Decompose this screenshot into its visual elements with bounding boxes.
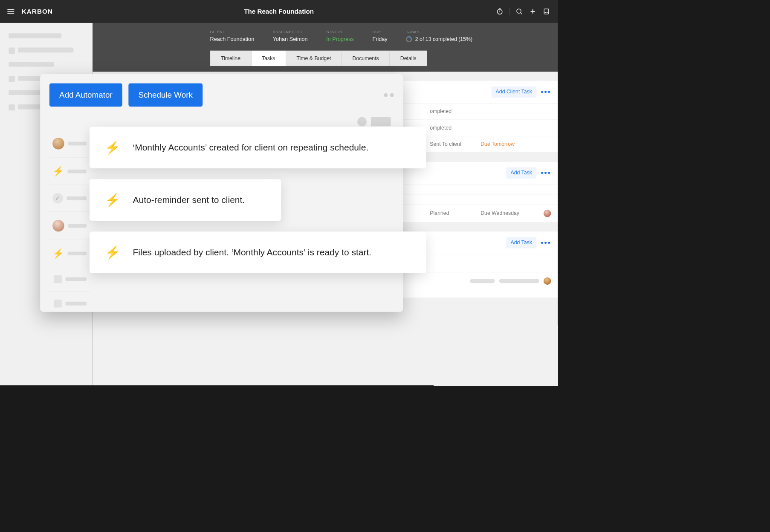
bolt-icon: ⚡: [105, 193, 120, 207]
task-status: ompleted: [430, 108, 476, 114]
menu-icon[interactable]: [7, 9, 14, 14]
meta-assigned-label: ASSIGNED TO: [273, 30, 308, 35]
svg-point-1: [517, 9, 521, 13]
task-status: Sent To client: [430, 141, 476, 147]
tab-documents[interactable]: Documents: [342, 51, 390, 66]
bolt-icon: ⚡: [52, 166, 64, 176]
meta-client-label: CLIENT: [210, 30, 255, 35]
avatar: [52, 138, 64, 150]
schedule-work-button[interactable]: Schedule Work: [128, 84, 203, 107]
task-due: Due Wednesday: [481, 210, 539, 216]
more-icon[interactable]: •••: [541, 91, 551, 93]
add-automator-button[interactable]: Add Automator: [49, 84, 122, 107]
top-bar: KARBON The Reach Foundation: [0, 0, 558, 23]
tab-time-budget[interactable]: Time & Budget: [286, 51, 342, 66]
timer-icon[interactable]: [496, 7, 504, 15]
plus-icon[interactable]: [529, 7, 537, 15]
stub: [357, 117, 367, 127]
separator: [509, 8, 510, 15]
tabs: Timeline Tasks Time & Budget Documents D…: [210, 51, 558, 66]
task-status: Planned: [430, 210, 476, 216]
notification-card: ⚡ ‘Monthly Accounts’ created for client …: [90, 127, 426, 168]
check-icon: ✓: [52, 193, 63, 204]
tab-tasks[interactable]: Tasks: [251, 51, 286, 66]
task-due: Due Tomorrow: [481, 141, 539, 147]
meta-assigned-value[interactable]: Yohan Seimon: [273, 36, 308, 43]
add-task-button[interactable]: Add Task: [506, 168, 536, 179]
card-text: ‘Monthly Accounts’ created for client on…: [133, 142, 368, 153]
overlay-panel: Add Automator Schedule Work ⚡ ✓ ⚡ ⚡ ‘Mon…: [40, 74, 403, 312]
more-icon[interactable]: •••: [541, 172, 551, 173]
feed-strip: ⚡ ✓ ⚡: [49, 130, 90, 315]
notification-card: ⚡ Auto-reminder sent to client.: [90, 179, 281, 221]
more-icon[interactable]: •••: [541, 242, 551, 243]
progress-donut-icon: [405, 35, 413, 43]
bolt-icon: ⚡: [52, 248, 64, 259]
tray-icon[interactable]: [542, 7, 550, 15]
avatar: [52, 220, 64, 232]
search-icon[interactable]: [515, 7, 523, 15]
stub: [54, 275, 62, 283]
stub: [371, 117, 391, 127]
window-controls: [384, 93, 394, 97]
notification-card: ⚡ Files uploaded by client. ‘Monthly Acc…: [90, 231, 426, 273]
task-status: ompleted: [430, 125, 476, 131]
tab-details[interactable]: Details: [390, 51, 427, 66]
card-text: Files uploaded by client. ‘Monthly Accou…: [133, 247, 371, 257]
tab-timeline[interactable]: Timeline: [210, 51, 252, 66]
logo: KARBON: [22, 8, 53, 15]
meta-tasks-value: 2 of 13 completed (15%): [415, 36, 472, 42]
meta-due-value[interactable]: Friday: [372, 36, 387, 43]
svg-rect-2: [544, 9, 549, 14]
avatar[interactable]: [544, 278, 551, 285]
meta-status-label: STATUS: [326, 30, 354, 35]
meta-tasks-label: TASKS: [406, 30, 472, 35]
stub: [54, 300, 62, 308]
avatar[interactable]: [544, 210, 551, 217]
bolt-icon: ⚡: [105, 140, 120, 155]
stub: [470, 279, 495, 283]
page-title: The Reach Foundation: [244, 8, 314, 15]
add-task-button[interactable]: Add Task: [506, 237, 536, 248]
meta-status-value[interactable]: In Progress: [326, 36, 354, 43]
bolt-icon: ⚡: [105, 245, 120, 260]
stub: [499, 279, 539, 283]
meta-client-value[interactable]: Reach Foundation: [210, 36, 255, 43]
card-text: Auto-reminder sent to client.: [133, 195, 245, 205]
add-client-task-button[interactable]: Add Client Task: [491, 87, 536, 98]
meta-due-label: DUE: [372, 30, 387, 35]
